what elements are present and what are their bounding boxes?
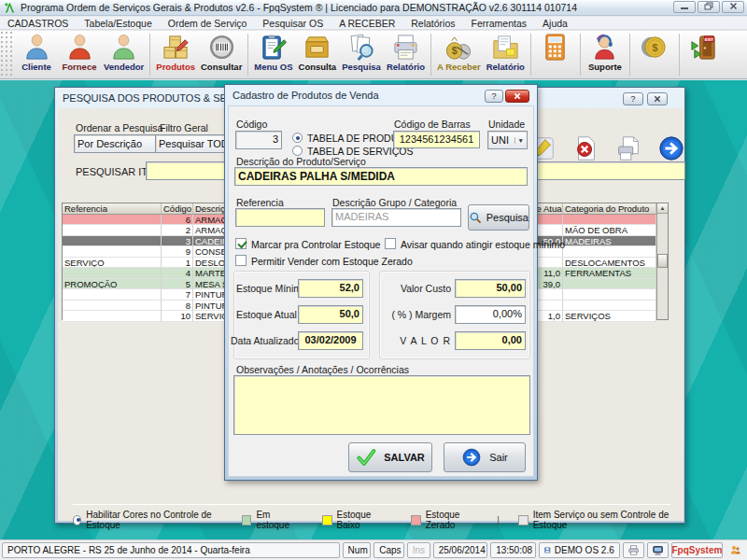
stock-legend: Habilitar Cores no Controle de Estoque E… [73, 504, 670, 530]
status-ins: Ins [407, 542, 430, 558]
menu-pesquisar-os[interactable]: Pesquisar OS [262, 18, 323, 29]
pesquisa-grupo-label: Pesquisa [486, 212, 529, 223]
cadastro-dialog-body: Código 3 TABELA DE PRODUTOS TABELA DE SE… [228, 105, 534, 477]
main-toolbar: Cliente Fornece Vendedor Produtos Consul… [0, 31, 747, 79]
toolbar-menu-os-button[interactable]: Menu OS [251, 31, 295, 78]
toolbar-separator [580, 34, 581, 76]
observacoes-label: Observações / Anotações / Ocorrências [236, 364, 409, 375]
toolbar-consulta-button[interactable]: Consulta [296, 31, 340, 78]
scrollbar-thumb[interactable] [657, 254, 668, 268]
restore-button[interactable] [698, 1, 720, 13]
svg-text:$: $ [452, 45, 458, 56]
legend-separator: | [497, 515, 500, 525]
menu-ajuda[interactable]: Ajuda [543, 18, 568, 29]
col-codigo[interactable]: Código [162, 203, 193, 214]
toolbar-separator [430, 34, 431, 76]
toolbar-separator [629, 34, 630, 76]
barcode-icon [207, 33, 236, 62]
drawer-icon [303, 33, 331, 62]
toolbar-relatorio2-button[interactable]: Relatório [484, 31, 528, 78]
toolbar-suporte-button[interactable]: Suporte [584, 31, 627, 78]
menu-cadastros[interactable]: CADASTROS [7, 18, 68, 29]
grupo-categoria-field[interactable]: MADEIRAS [331, 208, 461, 227]
tabela-servicos-radio[interactable] [292, 146, 303, 156]
toolbar-exit-button[interactable]: EXIT [683, 31, 726, 78]
toolbar-produtos-button[interactable]: Produtos [153, 31, 198, 78]
blue-arrow-icon [657, 134, 685, 162]
observacoes-textarea[interactable] [233, 375, 530, 435]
coin-icon: $ [640, 33, 669, 62]
scroll-up-arrow[interactable]: ▲ [657, 203, 668, 214]
dialog-close-button[interactable] [505, 90, 529, 103]
valor-custo-field[interactable]: 50,00 [455, 279, 526, 298]
toolbar-vendedor-button[interactable]: Vendedor [101, 31, 147, 78]
avisar-estoque-checkbox[interactable] [385, 238, 396, 249]
toolbar-cliente-label: Cliente [21, 62, 51, 72]
status-date: 25/06/2014 [433, 542, 487, 558]
money-bags-icon: $ [444, 33, 473, 62]
toolbar-produtos-label: Produtos [156, 62, 195, 72]
estoque-minimo-field[interactable]: 52,0 [298, 279, 363, 298]
desktop-area: PESQUISA DOS PRODUTOS & SERVIÇOS ? Orden… [0, 80, 747, 539]
toolbar-cliente-button[interactable]: Cliente [15, 31, 58, 78]
svg-text:EXIT: EXIT [705, 37, 714, 42]
menubar: CADASTROS Tabela/Estoque Ordem de Serviç… [0, 17, 747, 30]
toolbar-grip [0, 31, 15, 78]
menu-ferramentas[interactable]: Ferramentas [472, 18, 528, 29]
menu-tabela-estoque[interactable]: Tabela/Estoque [84, 18, 151, 29]
margem-field[interactable]: 0,00% [455, 305, 526, 324]
grupo-categoria-label: Descrição Grupo / Categoria [332, 197, 457, 208]
dialog-help-button[interactable]: ? [485, 90, 503, 103]
menu-relatorios[interactable]: Relatórios [411, 18, 455, 29]
green-check-icon [356, 447, 376, 468]
table-scrollbar[interactable]: ▲ [656, 203, 668, 319]
legend-pink-swatch [411, 515, 421, 525]
toolbar-separator [679, 34, 680, 76]
legend-gray-swatch [518, 515, 529, 525]
col-referencia[interactable]: Referencia [63, 203, 162, 214]
referencia-field[interactable] [235, 208, 325, 227]
codigo-barras-field[interactable]: 1234561234561 [393, 131, 480, 148]
salvar-button[interactable]: SALVAR [348, 442, 432, 472]
tabela-produtos-radio[interactable] [292, 133, 303, 143]
controlar-estoque-checkbox[interactable] [235, 238, 247, 249]
toolbar-pesquisa-button[interactable]: Pesquisa [339, 31, 384, 78]
valor-field[interactable]: 0,00 [455, 331, 526, 350]
menu-a-receber[interactable]: A RECEBER [339, 18, 395, 29]
magnifier-icon [469, 211, 483, 225]
col-categoria[interactable]: Categoria do Produto [563, 203, 656, 214]
printer-icon [391, 33, 420, 62]
app-logo-icon [4, 2, 16, 14]
pesquisa-grupo-button[interactable]: Pesquisa [468, 204, 529, 231]
pesquisa-help-button[interactable]: ? [623, 92, 643, 105]
habilitar-cores-radio[interactable] [73, 515, 81, 525]
toolbar-fornece-button[interactable]: Fornece [58, 31, 101, 78]
descricao-produto-field[interactable]: CADEIRAS PALHA S/MEDIDA [234, 167, 528, 186]
data-atualizado-field[interactable]: 03/02/2009 [298, 331, 363, 350]
dialog-sair-button[interactable]: Sair [444, 442, 526, 472]
status-printer-button[interactable] [623, 542, 644, 558]
unidade-select[interactable]: UNI▼ [487, 131, 528, 149]
status-monitor-button[interactable] [647, 542, 669, 558]
toolbar-calculadora-button[interactable] [534, 31, 577, 78]
toolbar-consultar-button[interactable]: Consultar [198, 31, 245, 78]
toolbar-moeda-button[interactable]: $ [633, 31, 676, 78]
estoque-atual-label: Estoque Atual [236, 309, 294, 320]
status-users-button[interactable] [726, 542, 745, 558]
toolbar-relatorio-button[interactable]: Relatório [384, 31, 428, 78]
estoque-atual-field[interactable]: 50,0 [298, 305, 363, 324]
status-location: PORTO ALEGRE - RS 25 de Junho de 2014 - … [2, 542, 340, 558]
window-titlebar: Programa Ordem de Serviços Gerais & Prod… [0, 0, 747, 16]
pesquisa-close-button[interactable] [647, 92, 668, 105]
menu-ordem-de-servico[interactable]: Ordem de Serviço [168, 18, 247, 29]
search-pages-icon [347, 33, 376, 62]
salvar-label: SALVAR [384, 452, 425, 463]
codigo-field[interactable]: 3 [235, 131, 282, 149]
toolbar-vendedor-label: Vendedor [104, 62, 144, 72]
minimize-button[interactable] [673, 1, 696, 13]
vender-zerado-checkbox[interactable] [235, 255, 247, 266]
legend-estoque-zerado-label: Estoque Zerado [426, 510, 479, 530]
referencia-label: Referencia [236, 197, 284, 208]
close-button[interactable] [722, 1, 744, 13]
toolbar-a-receber-button[interactable]: $ A Receber [434, 31, 484, 78]
